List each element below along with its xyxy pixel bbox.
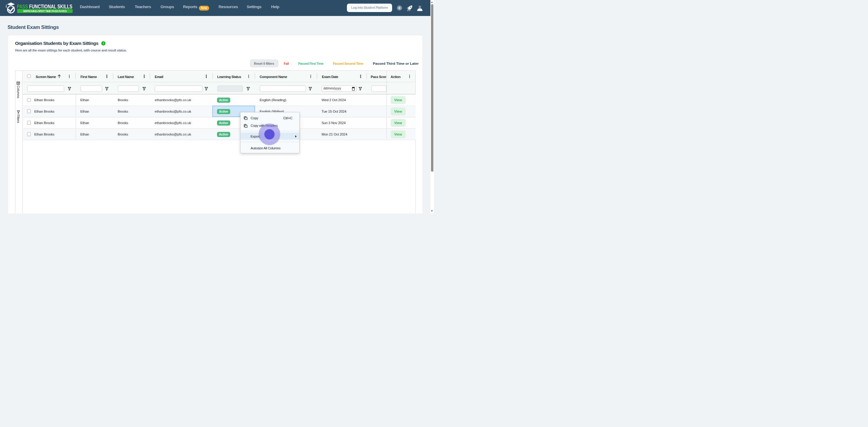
svg-text:PASS FUNCTIONAL SKILLS: PASS FUNCTIONAL SKILLS xyxy=(17,3,72,10)
